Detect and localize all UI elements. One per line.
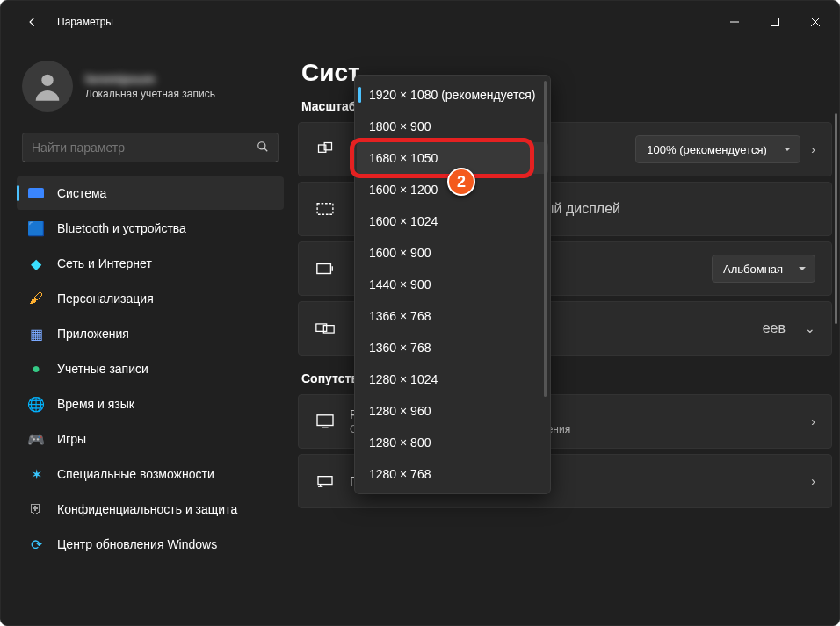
search-input[interactable] [32,140,257,155]
resolution-icon [315,202,336,216]
gpu-icon [315,474,336,488]
resolution-option[interactable]: 1800 × 900 [357,111,548,142]
nav-label: Персонализация [57,291,154,306]
option-label: 1600 × 900 [369,246,431,260]
nav-personalization[interactable]: 🖌Персонализация [17,282,284,315]
resolution-option[interactable]: 1366 × 768 [357,300,548,332]
orientation-combo[interactable]: Альбомная [712,255,815,283]
option-label: 1280 × 768 [369,467,431,481]
svg-rect-13 [317,415,333,426]
nav-bluetooth[interactable]: 🟦Bluetooth и устройства [17,212,284,245]
user-area[interactable]: loremipsum Локальная учетная запись [17,52,284,129]
nav-apps[interactable]: ▦Приложения [17,317,284,350]
nav-update[interactable]: ⟳Центр обновления Windows [17,528,284,561]
option-label: 1280 × 960 [369,404,431,418]
orientation-icon [315,261,336,277]
update-icon: ⟳ [27,536,45,553]
close-button[interactable] [795,4,836,40]
scale-combo[interactable]: 100% (рекомендуется) [635,135,800,163]
bluetooth-icon: 🟦 [27,219,45,237]
nav-privacy[interactable]: ⛨Конфиденциальность и защита [17,493,284,526]
wifi-icon: ◆ [27,255,45,272]
chevron-right-icon[interactable]: › [811,474,815,488]
user-account-type: Локальная учетная запись [85,88,215,100]
resolution-option[interactable]: 1600 × 1200 [357,174,548,205]
chevron-right-icon[interactable]: › [811,142,815,156]
accessibility-icon: ✶ [27,465,45,483]
combo-value: Альбомная [723,263,783,276]
combo-value: 100% (рекомендуется) [647,143,766,156]
clock-icon: 🌐 [27,395,45,413]
option-label: 1366 × 768 [369,309,431,323]
partial-text: ый дисплей [544,201,620,216]
resolution-option[interactable]: 1920 × 1080 (рекомендуется) [357,79,548,111]
window-title: Параметры [57,16,113,28]
svg-point-4 [41,75,53,86]
nav-label: Сеть и Интернет [57,256,152,270]
svg-line-6 [264,148,268,151]
system-icon [27,184,45,202]
svg-rect-9 [317,204,333,214]
resolution-option[interactable]: 1600 × 1024 [357,205,548,237]
apps-icon: ▦ [27,325,45,342]
option-label: 1600 × 1024 [369,214,438,228]
back-button[interactable] [15,4,50,40]
monitor-icon [315,414,336,429]
settings-window: Параметры loremipsum Локальная учетная з… [0,0,840,626]
resolution-option[interactable]: 1440 × 900 [357,269,548,300]
nav-label: Приложения [57,327,129,341]
maximize-button[interactable] [755,4,795,40]
nav-label: Время и язык [57,397,134,411]
option-label: 1920 × 1080 (рекомендуется) [369,88,535,102]
minimize-button[interactable] [714,4,755,40]
nav-label: Конфиденциальность и защита [57,502,237,516]
nav-time[interactable]: 🌐Время и язык [17,387,284,421]
svg-point-5 [258,141,265,148]
nav-accounts[interactable]: ●Учетные записи [17,352,284,385]
scrollbar-thumb[interactable] [835,113,837,324]
option-label: 1680 × 1050 [369,151,438,165]
chevron-right-icon[interactable]: › [811,414,815,428]
chevron-down-icon[interactable]: ⌄ [805,321,815,335]
svg-rect-1 [771,18,779,26]
gamepad-icon: 🎮 [27,430,45,448]
brush-icon: 🖌 [27,290,45,307]
window-controls [714,4,836,40]
multi-display-icon [315,321,336,335]
dropdown-scrollbar[interactable] [544,81,547,397]
nav-accessibility[interactable]: ✶Специальные возможности [17,457,284,491]
shield-icon: ⛨ [27,500,45,518]
nav-label: Специальные возможности [57,467,214,481]
option-label: 1440 × 900 [369,277,431,291]
nav-label: Центр обновления Windows [57,537,217,551]
resolution-option[interactable]: 1280 × 1024 [357,363,548,395]
sidebar: loremipsum Локальная учетная запись Сист… [1,43,291,625]
option-label: 1280 × 800 [369,435,431,450]
option-label: 1800 × 900 [369,119,431,133]
resolution-dropdown[interactable]: 1920 × 1080 (рекомендуется) 1800 × 900 1… [354,75,551,494]
nav-gaming[interactable]: 🎮Игры [17,422,284,456]
resolution-option[interactable]: 1280 × 960 [357,395,548,427]
titlebar: Параметры [1,1,839,43]
nav-label: Bluetooth и устройства [57,221,186,235]
nav-label: Система [57,186,106,200]
person-icon: ● [27,360,45,378]
user-name: loremipsum [85,72,215,86]
resolution-option[interactable]: 1600 × 900 [357,237,548,269]
scale-icon [315,140,336,158]
resolution-option[interactable]: 1360 × 768 [357,332,548,363]
resolution-option[interactable]: 1680 × 1050 [357,142,548,174]
search-icon [257,140,269,155]
option-label: 1360 × 768 [369,341,431,355]
resolution-option[interactable]: 1280 × 768 [357,458,548,490]
nav-label: Учетные записи [57,362,148,376]
nav-network[interactable]: ◆Сеть и Интернет [17,247,284,280]
option-label: 1280 × 1024 [369,372,438,386]
resolution-option[interactable]: 1280 × 800 [357,427,548,458]
nav-label: Игры [57,432,86,446]
option-label: 1600 × 1200 [369,183,438,197]
nav-system[interactable]: Система [17,176,284,210]
avatar [22,61,73,112]
search-box[interactable] [22,133,279,162]
partial-text: еев [763,320,786,335]
